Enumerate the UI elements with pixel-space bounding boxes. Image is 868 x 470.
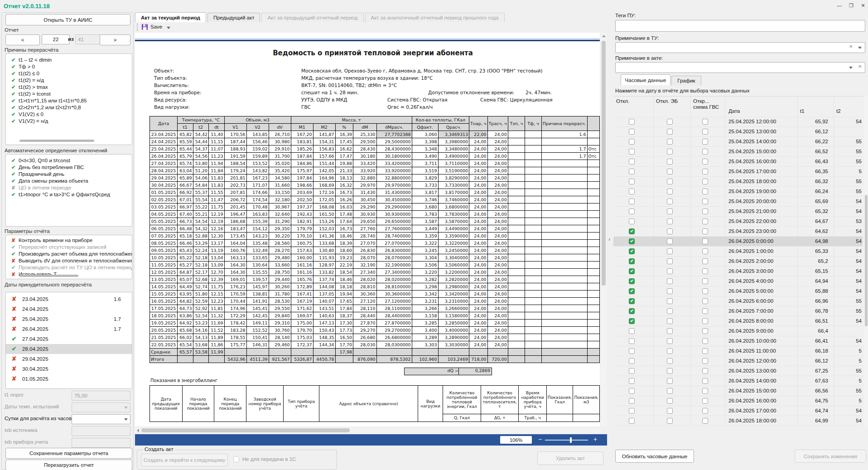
- offline-checkbox[interactable]: [629, 208, 635, 214]
- save-button[interactable]: Save: [150, 24, 162, 29]
- report-date-cell[interactable]: 23.04.2025: [150, 131, 178, 138]
- tab-act-0[interactable]: Акт за текущий период: [135, 12, 206, 22]
- hours-row[interactable]: 26.04.2025 10:00:0066,4154: [613, 336, 863, 346]
- hours-row[interactable]: 25.04.2025 22:00:0064,6753: [613, 217, 863, 227]
- offline-checkbox[interactable]: [629, 318, 635, 324]
- tab-act-1[interactable]: Предыдущий акт: [207, 13, 260, 22]
- maximize-icon[interactable]: ❐: [846, 1, 856, 10]
- offline-checkbox[interactable]: [629, 348, 635, 354]
- report-date-cell[interactable]: 10.05.2025: [150, 254, 178, 262]
- not-for-1c-checkbox[interactable]: [233, 456, 239, 462]
- hours-row[interactable]: 25.04.2025 18:00:0066,3255: [613, 177, 863, 187]
- checklist-item[interactable]: ✔Тф > 0: [6, 63, 132, 70]
- checklist-item[interactable]: ✘Контроль времени на приборе: [6, 237, 132, 244]
- offline-eb-checkbox[interactable]: [667, 378, 673, 384]
- checklist-item[interactable]: ✔Производить расчёт по ТУ ЦО в летнем пе…: [6, 264, 132, 271]
- open-gvs-checkbox[interactable]: [702, 308, 708, 314]
- offline-checkbox[interactable]: [629, 199, 635, 204]
- hours-row[interactable]: 26.04.2025 9:00:0066,4: [613, 326, 863, 336]
- doc-vscroll-thumb[interactable]: [602, 41, 606, 286]
- checklist-item[interactable]: ✔t1(t2) ≤ 0: [6, 70, 132, 77]
- offline-eb-checkbox[interactable]: [667, 308, 673, 314]
- checklist-item[interactable]: ✔Дата смены режима объекта: [6, 178, 132, 184]
- offline-checkbox[interactable]: [629, 169, 635, 174]
- next-report-button[interactable]: >: [100, 34, 130, 45]
- note-tu-input[interactable]: [615, 42, 865, 53]
- checklist-item[interactable]: ✔Праздничный день: [6, 171, 132, 178]
- offline-checkbox[interactable]: [629, 149, 635, 155]
- report-date-cell[interactable]: 05.05.2025: [150, 218, 178, 225]
- checklist-item[interactable]: ✔V1(V2) = н/д: [6, 118, 132, 125]
- hours-row[interactable]: 26.04.2025 13:00:0067,2555: [613, 366, 863, 376]
- open-gvs-checkbox[interactable]: [702, 298, 708, 304]
- offline-checkbox[interactable]: [629, 278, 635, 284]
- hours-row[interactable]: 26.04.2025 12:00:0066,125: [613, 356, 863, 366]
- open-gvs-checkbox[interactable]: [702, 338, 708, 344]
- offline-eb-checkbox[interactable]: [667, 418, 673, 424]
- offline-checkbox[interactable]: [629, 159, 635, 165]
- report-date-cell[interactable]: 18.05.2025: [150, 312, 178, 320]
- zoom-in-button[interactable]: +: [593, 436, 597, 443]
- report-date-cell[interactable]: 28.04.2025: [150, 167, 178, 174]
- minimize-icon[interactable]: —: [834, 1, 844, 10]
- delete-act-button[interactable]: Удалить акт: [537, 451, 603, 465]
- offline-eb-checkbox[interactable]: [667, 129, 673, 135]
- checklist-item[interactable]: ✘ЦО в летнем периоде: [6, 184, 132, 191]
- open-gvs-checkbox[interactable]: [702, 208, 708, 214]
- hours-row[interactable]: 25.04.2025 16:00:0066,4355: [613, 157, 863, 167]
- offline-eb-checkbox[interactable]: [667, 208, 673, 214]
- forced-date-row[interactable]: ✘25.04.20251.7: [6, 314, 132, 324]
- hours-vscrollbar[interactable]: [864, 96, 868, 428]
- toolbar-drag-handle[interactable]: [137, 24, 139, 31]
- checklist-item[interactable]: ✔Производить расчет объема для теплоснаб…: [6, 251, 132, 257]
- report-date-cell[interactable]: 16.05.2025: [150, 298, 178, 305]
- offline-eb-checkbox[interactable]: [667, 368, 673, 374]
- open-gvs-checkbox[interactable]: [702, 288, 708, 294]
- hours-row[interactable]: 25.04.2025 14:00:0066,2255: [613, 137, 863, 147]
- save-icon[interactable]: [141, 24, 148, 31]
- offline-checkbox[interactable]: [629, 298, 635, 304]
- checklist-item[interactable]: ✔Перерасчёт отсутствующих записей: [6, 244, 132, 251]
- open-gvs-checkbox[interactable]: [702, 258, 708, 264]
- forced-date-row[interactable]: ✘24.04.2025: [6, 304, 132, 314]
- open-gvs-checkbox[interactable]: [702, 378, 708, 384]
- offline-checkbox[interactable]: [629, 288, 635, 294]
- hours-row[interactable]: 26.04.2025 11:00:0066,185: [613, 346, 863, 356]
- report-date-cell[interactable]: 24.04.2025: [150, 138, 178, 145]
- report-date-cell[interactable]: 19.05.2025: [150, 320, 178, 327]
- offline-checkbox[interactable]: [629, 398, 635, 404]
- checklist-item[interactable]: ✔0<t<30, Q=0 и t≠const: [6, 157, 132, 164]
- offline-checkbox[interactable]: [629, 408, 635, 414]
- hours-vscroll-thumb[interactable]: [865, 195, 868, 326]
- offline-checkbox[interactable]: [629, 238, 635, 244]
- offline-checkbox[interactable]: [629, 418, 635, 424]
- open-gvs-checkbox[interactable]: [702, 119, 708, 125]
- offline-checkbox[interactable]: [629, 258, 635, 264]
- hours-row[interactable]: 25.04.2025 20:00:0065,6954: [613, 197, 863, 207]
- report-date-cell[interactable]: 04.05.2025: [150, 211, 178, 218]
- offline-checkbox[interactable]: [629, 139, 635, 145]
- offline-checkbox[interactable]: [629, 228, 635, 234]
- open-gvs-checkbox[interactable]: [702, 328, 708, 334]
- hours-row[interactable]: 26.04.2025 4:00:0064,9454: [613, 276, 863, 286]
- offline-eb-checkbox[interactable]: [667, 218, 673, 224]
- report-date-cell[interactable]: 27.04.2025: [150, 160, 178, 167]
- open-gvs-checkbox[interactable]: [702, 189, 708, 194]
- reload-report-button[interactable]: Перезагрузить отчет: [5, 460, 132, 470]
- report-date-cell[interactable]: 26.04.2025: [150, 153, 178, 160]
- offline-checkbox[interactable]: [629, 308, 635, 314]
- report-date-cell[interactable]: 02.05.2025: [150, 196, 178, 204]
- offline-checkbox[interactable]: [629, 328, 635, 334]
- offline-eb-checkbox[interactable]: [667, 388, 673, 394]
- saved-params-button[interactable]: Сохраненные параметры отчета: [5, 448, 132, 459]
- report-date-cell[interactable]: 09.05.2025: [150, 247, 178, 254]
- offline-eb-checkbox[interactable]: [667, 248, 673, 254]
- scroll-up-icon[interactable]: [602, 35, 606, 37]
- update-hours-button[interactable]: Обновить часовые данные: [615, 450, 694, 463]
- field-input[interactable]: [72, 414, 130, 424]
- offline-eb-checkbox[interactable]: [667, 318, 673, 324]
- checklist-item[interactable]: ✔t1 – t2 < dtmin: [6, 57, 132, 63]
- offline-eb-checkbox[interactable]: [667, 358, 673, 364]
- splitter-chevron-icon[interactable]: ›: [608, 236, 610, 242]
- hours-row[interactable]: 26.04.2025 2:00:0065,254: [613, 257, 863, 266]
